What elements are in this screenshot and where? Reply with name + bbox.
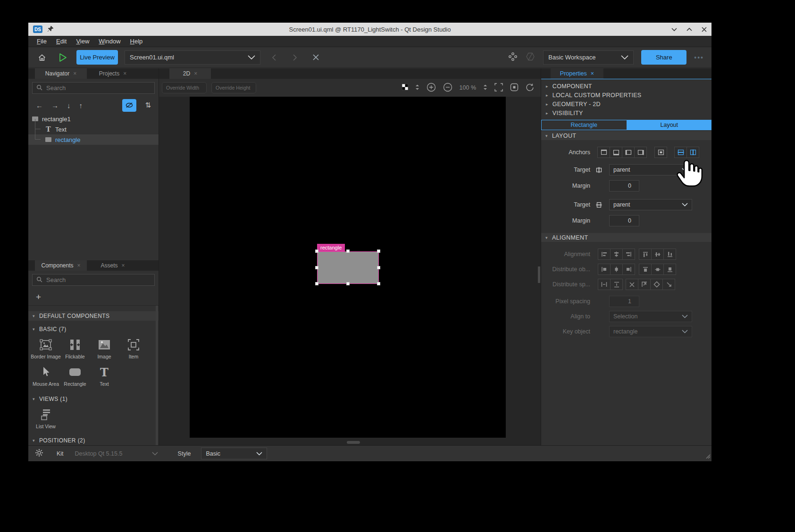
component-border-image[interactable]: Border Image	[31, 338, 60, 359]
subtab-rectangle[interactable]: Rectangle	[541, 120, 627, 130]
tab-properties[interactable]: Properties ×	[551, 68, 603, 79]
components-scrollbar[interactable]	[156, 306, 158, 445]
add-module-button[interactable]: +	[36, 292, 41, 302]
target-vertical-dropdown[interactable]: parent	[609, 199, 692, 210]
tab-navigator[interactable]: Navigator ×	[35, 68, 87, 79]
open-file-selector[interactable]: Screen01.ui.qml	[125, 50, 260, 65]
section-views[interactable]: ▾ VIEWS (1)	[28, 394, 159, 404]
tree-item-rectangle-selected[interactable]: rectangle	[28, 134, 159, 145]
resize-handle-top-center[interactable]	[346, 249, 350, 253]
vertical-scrollbar[interactable]	[538, 266, 540, 283]
component-item[interactable]: Item	[119, 338, 148, 359]
override-width-input[interactable]	[162, 82, 207, 93]
distribute-none-button[interactable]	[626, 279, 638, 290]
home-icon[interactable]	[35, 50, 49, 65]
close-icon[interactable]: ×	[122, 262, 125, 269]
distribute-center-vertical-button[interactable]	[651, 264, 664, 275]
move-down-icon[interactable]: ↓	[67, 101, 71, 109]
forward-icon[interactable]	[288, 50, 302, 65]
tree-item-rectangle1[interactable]: rectangle1	[28, 114, 159, 124]
move-right-icon[interactable]: →	[51, 101, 59, 109]
component-image[interactable]: Image	[90, 338, 119, 359]
resize-handle-bottom-center[interactable]	[346, 282, 350, 285]
section-geometry-2d[interactable]: ▸ GEOMETRY - 2D	[541, 100, 711, 108]
component-flickable[interactable]: Flickable	[60, 338, 90, 359]
section-visibility[interactable]: ▸ VISIBILITY	[541, 108, 711, 117]
layout-section-header[interactable]: ▾ LAYOUT	[541, 131, 711, 140]
zoom-in-icon[interactable]	[427, 83, 436, 93]
distribute-spacing-horizontal-button[interactable]	[598, 279, 611, 290]
align-bottom-button[interactable]	[663, 249, 676, 260]
distribute-origin-center-button[interactable]	[650, 279, 663, 290]
close-icon[interactable]: ×	[123, 70, 126, 77]
resize-handle-bottom-right[interactable]	[377, 282, 380, 285]
distribute-origin-bottom-right-button[interactable]	[662, 279, 675, 290]
show-invisible-items-button[interactable]	[122, 99, 136, 112]
distribute-spacing-vertical-button[interactable]	[610, 279, 623, 290]
section-component[interactable]: ▸ COMPONENT	[541, 82, 711, 91]
close-icon[interactable]: ×	[73, 70, 76, 77]
menu-view[interactable]: View	[71, 38, 94, 45]
reset-view-icon[interactable]	[526, 83, 534, 93]
distribute-bottom-button[interactable]	[663, 264, 676, 275]
minimize-icon[interactable]	[671, 27, 677, 32]
override-height-input[interactable]	[211, 82, 256, 93]
resize-handle-middle-right[interactable]	[377, 266, 380, 269]
anchor-top-button[interactable]	[597, 147, 610, 158]
component-rectangle[interactable]: Rectangle	[60, 365, 90, 387]
components-search-input[interactable]	[46, 276, 151, 283]
section-local-custom-properties[interactable]: ▸ LOCAL CUSTOM PROPERTIES	[541, 91, 711, 100]
resize-handle-top-right[interactable]	[377, 249, 380, 253]
anchor-left-button[interactable]	[622, 147, 635, 158]
tab-projects[interactable]: Projects ×	[87, 68, 139, 79]
pixel-spacing-field[interactable]: 1	[609, 296, 639, 307]
distribute-left-button[interactable]	[598, 264, 611, 275]
kit-selector[interactable]: Desktop Qt 5.15.5	[75, 450, 158, 457]
selected-rectangle[interactable]	[317, 251, 379, 284]
distribute-origin-top-left-button[interactable]	[638, 279, 651, 290]
menu-file[interactable]: File	[32, 38, 51, 45]
distribute-top-button[interactable]	[639, 264, 652, 275]
maximize-icon[interactable]	[686, 27, 692, 32]
style-selector[interactable]: Basic	[201, 448, 267, 459]
qml-lint-icon[interactable]	[525, 51, 536, 63]
tab-assets[interactable]: Assets ×	[87, 260, 139, 271]
align-to-dropdown[interactable]: Selection	[609, 311, 692, 322]
background-color-swatch[interactable]	[402, 84, 408, 91]
live-preview-button[interactable]: Live Preview	[76, 50, 118, 65]
settings-gear-icon[interactable]	[35, 449, 43, 458]
fit-to-screen-icon[interactable]	[494, 83, 503, 93]
anchor-bottom-button[interactable]	[610, 147, 622, 158]
close-icon[interactable]: ×	[591, 70, 594, 77]
more-options-button[interactable]: •••	[694, 54, 704, 61]
move-up-icon[interactable]: ↑	[79, 101, 83, 109]
share-button[interactable]: Share	[641, 50, 686, 65]
subtab-layout[interactable]: Layout	[627, 120, 712, 130]
navigator-search[interactable]	[32, 82, 155, 94]
distribute-center-horizontal-button[interactable]	[610, 264, 623, 275]
menu-window[interactable]: Window	[94, 38, 125, 45]
zoom-stepper[interactable]	[483, 84, 487, 92]
align-center-horizontal-button[interactable]	[610, 249, 623, 260]
close-icon[interactable]: ×	[77, 262, 81, 269]
run-project-icon[interactable]	[56, 50, 70, 65]
key-object-dropdown[interactable]: rectangle	[609, 326, 692, 337]
alignment-section-header[interactable]: ▾ ALIGNMENT	[541, 233, 711, 242]
component-list-view[interactable]: List View	[31, 407, 60, 429]
close-document-icon[interactable]	[309, 50, 323, 65]
anchor-fill-button[interactable]	[654, 147, 667, 158]
design-canvas[interactable]: rectangle	[190, 97, 506, 438]
navigator-search-input[interactable]	[46, 84, 151, 91]
close-window-icon[interactable]	[702, 27, 707, 32]
distribute-right-button[interactable]	[622, 264, 635, 275]
section-positioner[interactable]: ▾ POSITIONER (2)	[28, 436, 159, 445]
background-stepper[interactable]	[415, 84, 419, 92]
components-search[interactable]	[32, 274, 155, 286]
align-center-vertical-button[interactable]	[651, 249, 664, 260]
resize-handle-top-left[interactable]	[315, 249, 318, 253]
align-left-button[interactable]	[598, 249, 611, 260]
tab-components[interactable]: Components ×	[35, 260, 87, 271]
close-icon[interactable]: ×	[194, 70, 197, 77]
anchor-right-button[interactable]	[634, 147, 647, 158]
tab-2d[interactable]: 2D ×	[169, 68, 211, 79]
